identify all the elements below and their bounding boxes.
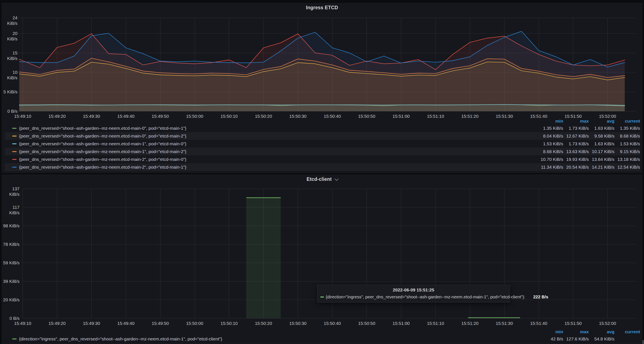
legend-current-value: 12.54 KiB/s [614, 165, 640, 170]
x-tick-label: 15:51:20 [452, 321, 488, 326]
panel-ingress-etcd: Ingress ETCD 24 KiB/s20 KiB/s15 KiB/s10 … [2, 3, 642, 173]
legend-max-value: 1.73 KiB/s [563, 141, 589, 146]
legend-row: {peer_dns_reversed="shoot--ash-garden--m… [5, 124, 640, 132]
y-tick-label: 59 KiB/s [2, 260, 20, 266]
legend-max-value: 127.6 KiB/s [563, 336, 589, 341]
tooltip-series-label: {direction="ingress", peer_dns_reversed=… [326, 294, 525, 299]
x-tick-label: 15:49:20 [39, 321, 75, 326]
legend-sort-current[interactable]: current [614, 329, 640, 334]
legend-min-value: 11.34 KiB/s [538, 165, 563, 170]
x-tick-label: 15:49:50 [142, 321, 178, 326]
y-tick-label: 20 KiB/s [2, 297, 20, 303]
x-tick-label: 15:49:40 [108, 321, 144, 326]
legend-avg-value: 13.64 KiB/s [589, 157, 614, 162]
legend-max-value: 19.93 KiB/s [563, 157, 589, 162]
legend-min-value: 42 B/s [538, 336, 563, 341]
legend-table: minmaxavgcurrent{direction="ingress", pe… [2, 329, 642, 343]
y-tick-label: 5 KiB/s [2, 89, 18, 95]
legend-avg-value: 54.8 KiB/s [589, 336, 614, 341]
legend-max-value: 12.67 KiB/s [563, 133, 589, 138]
grafana-dashboard: { "colors": { "page_bg": "#0b0c0e", "pan… [0, 0, 644, 344]
legend-sort-min[interactable]: min [538, 119, 563, 124]
legend-sort-current[interactable]: current [614, 119, 640, 124]
series-color-dash [12, 338, 16, 339]
legend-sort-avg[interactable]: avg [589, 119, 614, 124]
tooltip-series-dash [320, 296, 324, 297]
legend-series-label[interactable]: {direction="ingress", peer_dns_reversed=… [19, 336, 538, 341]
legend-max-value: 13.63 KiB/s [563, 149, 589, 154]
legend-avg-value: 14.21 KiB/s [589, 165, 614, 170]
legend-header-row: minmaxavgcurrent [5, 118, 640, 124]
legend-current-value: 9.15 KiB/s [614, 149, 640, 154]
legend-min-value: 1.53 KiB/s [538, 141, 563, 146]
tooltip-timestamp: 2022-06-09 15:51:25 [318, 287, 510, 292]
series-color-dash [12, 136, 16, 136]
legend-avg-value: 1.63 KiB/s [589, 141, 614, 146]
series-color-dash [12, 159, 16, 160]
legend-max-value: 20.54 KiB/s [563, 165, 589, 170]
series-color-dash [12, 128, 16, 129]
legend-series-label[interactable]: {peer_dns_reversed="shoot--ash-garden--m… [19, 133, 538, 138]
scrollbar-corner[interactable] [642, 340, 644, 344]
x-tick-label: 15:52:00 [590, 321, 625, 326]
bar-fill-0 [246, 198, 281, 318]
x-tick-label: 15:51:00 [383, 321, 419, 326]
etcd-client-chart[interactable] [2, 175, 642, 344]
x-tick-label: 15:50:40 [314, 321, 350, 326]
x-tick-label: 15:50:10 [211, 321, 247, 326]
x-tick-label: 15:50:00 [177, 321, 213, 326]
y-tick-label: 39 KiB/s [2, 279, 20, 284]
legend-series-label[interactable]: {peer_dns_reversed="shoot--ash-garden--m… [19, 126, 538, 131]
x-tick-label: 15:50:20 [246, 321, 281, 326]
x-tick-label: 15:49:10 [5, 321, 40, 326]
legend-sort-avg[interactable]: avg [589, 329, 614, 334]
series-color-dash [12, 143, 16, 144]
legend-row: {peer_dns_reversed="shoot--ash-garden--m… [5, 140, 640, 148]
legend-current-value: 8.68 KiB/s [614, 133, 640, 138]
legend-series-label[interactable]: {peer_dns_reversed="shoot--ash-garden--m… [19, 141, 538, 146]
y-tick-label: 137 KiB/s [2, 186, 20, 192]
legend-current-value: 13.18 KiB/s [614, 157, 640, 162]
panel-etcd-client: Etcd-client 2022-06-09 15:51:25 {directi… [2, 175, 642, 344]
y-tick-label: 15 KiB/s [2, 50, 18, 56]
y-tick-label: 0 B/s [2, 108, 18, 114]
chart-tooltip: 2022-06-09 15:51:25 {direction="ingress"… [317, 285, 510, 303]
legend-sort-max[interactable]: max [563, 119, 589, 124]
x-tick-label: 15:51:50 [555, 321, 591, 326]
legend-row: {peer_dns_reversed="shoot--ash-garden--m… [5, 148, 640, 155]
legend-sort-max[interactable]: max [563, 329, 589, 334]
legend-series-label[interactable]: {peer_dns_reversed="shoot--ash-garden--m… [19, 149, 538, 154]
y-tick-label: 117 KiB/s [2, 205, 20, 210]
legend-row: {direction="ingress", peer_dns_reversed=… [5, 335, 640, 343]
series-fill-5 [19, 31, 625, 111]
x-tick-label: 15:50:30 [280, 321, 316, 326]
legend-series-label[interactable]: {peer_dns_reversed="shoot--ash-garden--m… [19, 157, 538, 162]
tooltip-series-value: 222 B/s [533, 294, 548, 299]
legend-min-value: 10.70 KiB/s [538, 157, 563, 162]
legend-current-value: 1.53 KiB/s [614, 141, 640, 146]
x-tick-label: 15:51:10 [418, 321, 454, 326]
tooltip-series-row: {direction="ingress", peer_dns_reversed=… [320, 294, 506, 299]
legend-avg-value: 10.17 KiB/s [589, 149, 614, 154]
x-tick-label: 15:49:30 [74, 321, 109, 326]
legend-series-label[interactable]: {peer_dns_reversed="shoot--ash-garden--m… [19, 165, 538, 170]
series-color-dash [12, 167, 16, 167]
y-tick-label: 98 KiB/s [2, 223, 20, 229]
legend-max-value: 1.73 KiB/s [563, 126, 589, 131]
y-tick-label: 78 KiB/s [2, 242, 20, 247]
x-tick-label: 15:51:40 [521, 321, 557, 326]
series-color-dash [12, 151, 16, 152]
legend-avg-value: 9.58 KiB/s [589, 133, 614, 138]
y-tick-label: 10 KiB/s [2, 70, 18, 75]
y-tick-label: 20 KiB/s [2, 31, 18, 36]
legend-avg-value: 1.63 KiB/s [589, 126, 614, 131]
legend-table: minmaxavgcurrent{peer_dns_reversed="shoo… [2, 118, 642, 171]
legend-header-row: minmaxavgcurrent [5, 329, 640, 335]
legend-min-value: 8.04 KiB/s [538, 133, 563, 138]
legend-min-value: 1.35 KiB/s [538, 126, 563, 131]
x-tick-label: 15:50:50 [349, 321, 384, 326]
legend-sort-min[interactable]: min [538, 329, 563, 334]
legend-row: {peer_dns_reversed="shoot--ash-garden--m… [5, 155, 640, 163]
legend-min-value: 8.68 KiB/s [538, 149, 563, 154]
y-tick-label: 24 KiB/s [2, 15, 18, 21]
